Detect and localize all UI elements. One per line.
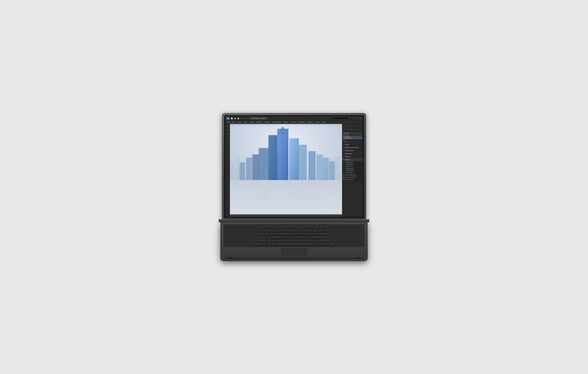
- section2-header[interactable]: ∨ Section 2: [342, 158, 363, 161]
- select-tool-icon[interactable]: ✏: [226, 125, 229, 128]
- menu-customize[interactable]: Customize: [297, 121, 306, 123]
- key-5[interactable]: [284, 229, 288, 232]
- section-drawing-view-header[interactable]: › Drawing View: [342, 149, 363, 152]
- param-input-4[interactable]: [345, 170, 363, 172]
- minimize-button[interactable]: −: [354, 117, 356, 119]
- camera-tool-icon[interactable]: ⊞: [226, 141, 229, 144]
- viewport[interactable]: 0/100 5 10 15 20 25 30 35 40 45: [230, 124, 342, 217]
- key-a[interactable]: [266, 236, 271, 239]
- key-t[interactable]: [284, 233, 289, 235]
- param-input-0[interactable]: [345, 161, 363, 163]
- key-del[interactable]: [325, 226, 329, 229]
- key-f2[interactable]: [270, 226, 274, 229]
- param-input-5[interactable]: [345, 172, 363, 174]
- edit-icon[interactable]: △: [357, 128, 360, 131]
- star-icon[interactable]: ☆: [353, 128, 356, 131]
- key-up[interactable]: [326, 239, 330, 242]
- gear-icon[interactable]: ⚙: [346, 125, 349, 128]
- key-z[interactable]: [267, 239, 271, 242]
- key-c[interactable]: [277, 239, 281, 242]
- key-l[interactable]: [306, 236, 311, 239]
- keep-cap-color-checkbox[interactable]: [343, 179, 345, 180]
- key-b[interactable]: [287, 239, 291, 242]
- maximize-button[interactable]: □: [357, 117, 359, 119]
- key-1[interactable]: [263, 229, 268, 232]
- light-tool-icon[interactable]: ☆: [226, 145, 229, 148]
- key-period[interactable]: [307, 239, 311, 242]
- geometry-tool-icon[interactable]: △: [226, 149, 229, 152]
- key-win[interactable]: [266, 243, 271, 246]
- key-minus[interactable]: [313, 229, 318, 232]
- key-p[interactable]: [309, 233, 314, 235]
- workspace-button[interactable]: Workspace : Default ▾: [250, 117, 267, 120]
- eye-icon[interactable]: 👁: [343, 128, 346, 131]
- key-0[interactable]: [308, 229, 313, 232]
- move-tool-icon[interactable]: ✥: [226, 128, 229, 132]
- cursor-icon[interactable]: ↖: [357, 125, 360, 128]
- save-icon[interactable]: 💾: [237, 117, 240, 120]
- key-f6[interactable]: [290, 226, 294, 229]
- scale-tool-icon[interactable]: ⤡: [226, 137, 229, 140]
- key-f12[interactable]: [320, 226, 324, 229]
- section-adjustments-header[interactable]: › Adjustments: [342, 152, 363, 155]
- key-rbracket[interactable]: [319, 233, 324, 235]
- key-8[interactable]: [298, 229, 303, 232]
- key-slash[interactable]: [312, 239, 316, 242]
- undo-icon[interactable]: ↩: [240, 117, 243, 120]
- modifier-turbosmooth[interactable]: TurboSmooth: [343, 136, 362, 137]
- menu-help[interactable]: Help: [321, 121, 326, 123]
- menu-graph-editors[interactable]: Graph Editors: [271, 121, 282, 123]
- key-lctrl[interactable]: [255, 243, 261, 246]
- search-input[interactable]: [333, 118, 349, 119]
- section-3d-header[interactable]: › 3D: [342, 140, 363, 143]
- menu-civil-view[interactable]: Civil View: [289, 121, 297, 123]
- key-v[interactable]: [282, 239, 286, 242]
- key-ralt[interactable]: [309, 243, 313, 246]
- list-icon[interactable]: ☰: [353, 125, 356, 128]
- key-rctrl[interactable]: [314, 243, 318, 246]
- key-y[interactable]: [289, 233, 294, 235]
- menu-create[interactable]: Create: [248, 121, 255, 123]
- key-enter[interactable]: [324, 233, 330, 235]
- key-w[interactable]: [270, 233, 274, 235]
- screen-icon[interactable]: ⊟: [346, 128, 349, 131]
- key-g[interactable]: [286, 236, 291, 239]
- key-x[interactable]: [272, 239, 276, 242]
- key-rshift[interactable]: [317, 239, 326, 242]
- key-o[interactable]: [304, 233, 309, 235]
- touchpad[interactable]: [281, 248, 307, 256]
- param-input-1[interactable]: [345, 163, 363, 165]
- key-3[interactable]: [273, 229, 278, 232]
- rotate-tool-icon[interactable]: ↻: [226, 133, 229, 136]
- key-right[interactable]: [329, 243, 333, 246]
- key-f8[interactable]: [300, 226, 304, 229]
- key-d[interactable]: [276, 236, 281, 239]
- key-6[interactable]: [288, 229, 293, 232]
- section-layers-header[interactable]: › Layers: [342, 143, 363, 146]
- key-lalt[interactable]: [271, 243, 276, 246]
- key-lbracket[interactable]: [314, 233, 319, 235]
- menu-views[interactable]: Views: [242, 121, 248, 123]
- key-f10[interactable]: [310, 226, 314, 229]
- key-2[interactable]: [269, 229, 273, 232]
- close-button[interactable]: ✕: [359, 117, 362, 119]
- param-input-2[interactable]: [345, 166, 363, 168]
- key-f7[interactable]: [295, 226, 299, 229]
- modifier-editable-poly[interactable]: Editable Poly: [343, 138, 362, 139]
- key-down[interactable]: [324, 243, 328, 246]
- key-space[interactable]: [276, 243, 308, 246]
- key-i[interactable]: [299, 233, 304, 235]
- menu-tools[interactable]: Tools: [231, 121, 236, 123]
- grid-icon[interactable]: ⊞: [350, 125, 353, 128]
- key-semicolon[interactable]: [311, 236, 315, 239]
- key-esc[interactable]: [259, 226, 264, 229]
- open-folder-icon[interactable]: 📁: [234, 117, 236, 120]
- key-comma[interactable]: [302, 239, 306, 242]
- key-caps[interactable]: [259, 236, 266, 239]
- key-h[interactable]: [291, 236, 296, 239]
- key-backspace[interactable]: [323, 229, 330, 232]
- menu-modifiers[interactable]: Modifiers: [255, 121, 262, 123]
- key-f3[interactable]: [275, 226, 279, 229]
- key-tilde[interactable]: [259, 229, 263, 232]
- key-f11[interactable]: [315, 226, 319, 229]
